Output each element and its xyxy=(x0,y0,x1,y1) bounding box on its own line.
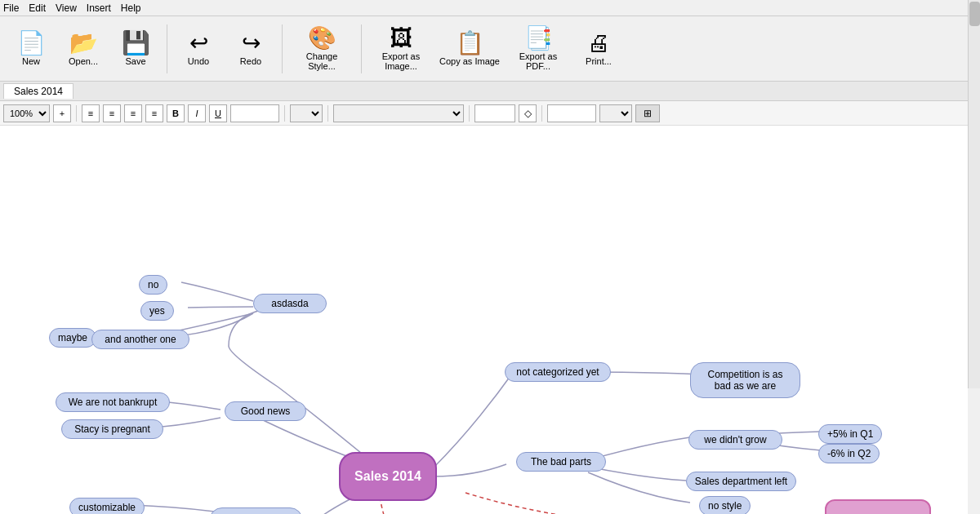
align-left-button[interactable]: ≡ xyxy=(82,104,100,122)
new-button[interactable]: 📄 New xyxy=(7,20,56,78)
node-and-another-one[interactable]: and another one xyxy=(91,330,189,349)
change-style-icon: 🎨 xyxy=(308,27,336,50)
font-size-select[interactable] xyxy=(290,104,323,122)
underline-button[interactable]: U xyxy=(209,104,227,122)
add-node-button[interactable]: + xyxy=(53,104,71,122)
zoom-select[interactable]: 100%75%150% xyxy=(3,104,50,122)
export-image-button[interactable]: 🖼 Export as Image... xyxy=(368,20,434,78)
save-button[interactable]: 💾 Save xyxy=(111,20,160,78)
copy-image-button[interactable]: 📋 Copy as Image xyxy=(437,20,502,78)
fmt-sep3 xyxy=(327,105,328,122)
fmt-sep1 xyxy=(76,105,77,122)
print-icon: 🖨 xyxy=(587,32,610,55)
node-q1-plus5[interactable]: +5% in Q1 xyxy=(818,424,882,444)
properties-btn[interactable]: ⊞ xyxy=(635,104,660,122)
node-no-style[interactable]: no style xyxy=(699,496,751,514)
font-family-select[interactable] xyxy=(333,104,464,122)
node-good-news[interactable]: Good news xyxy=(225,401,306,421)
scrollbar-right[interactable] xyxy=(968,0,980,388)
export-image-icon: 🖼 xyxy=(390,27,412,50)
node-bad-parts[interactable]: The bad parts xyxy=(516,452,606,472)
copy-image-icon: 📋 xyxy=(456,32,484,55)
fill-color[interactable] xyxy=(547,104,596,122)
redo-icon: ↪ xyxy=(242,32,261,55)
export-pdf-button[interactable]: 📑 Export as PDF... xyxy=(506,20,571,78)
sep2 xyxy=(282,24,283,73)
canvas[interactable]: asdasda Sales 2014 asdasda no yes maybe … xyxy=(0,126,968,514)
fmt-sep4 xyxy=(469,105,470,122)
open-button[interactable]: 📂 Open... xyxy=(59,20,108,78)
new-icon: 📄 xyxy=(17,32,46,55)
node-maybe[interactable]: maybe xyxy=(49,328,96,348)
open-icon: 📂 xyxy=(69,32,98,55)
change-style-button[interactable]: 🎨 Change Style... xyxy=(289,20,354,78)
italic-button[interactable]: I xyxy=(188,104,206,122)
node-competition[interactable]: Competition is as bad as we are xyxy=(690,362,800,398)
sep3 xyxy=(361,24,362,73)
fmt-sep5 xyxy=(541,105,542,122)
color-picker[interactable] xyxy=(230,104,279,122)
node-we-are-not-bankrupt[interactable]: We are not bankrupt xyxy=(56,392,170,412)
redo-button[interactable]: ↪ Redo xyxy=(226,20,275,78)
node-customizable[interactable]: customizable xyxy=(69,498,145,514)
save-icon: 💾 xyxy=(122,32,150,55)
formatbar: 100%75%150% + ≡ ≡ ≡ ≡ B I U ◇ ⊞ xyxy=(0,101,980,126)
align-right-button[interactable]: ≡ xyxy=(124,104,142,122)
node-q2-minus6[interactable]: -6% in Q2 xyxy=(818,444,880,463)
menu-help[interactable]: Help xyxy=(121,2,141,14)
sep1 xyxy=(167,24,167,73)
node-didnt-grow[interactable]: we didn't grow xyxy=(688,430,782,450)
node-stacy[interactable]: Stacy is pregnant xyxy=(61,419,163,439)
align-center-button[interactable]: ≡ xyxy=(103,104,121,122)
menu-insert[interactable]: Insert xyxy=(87,2,111,14)
bold-button[interactable]: B xyxy=(167,104,185,122)
node-yes-table[interactable]: Yes, this is a table xyxy=(825,499,931,514)
canvas-container: asdasda Sales 2014 asdasda no yes maybe … xyxy=(0,126,980,514)
node-sales-dept[interactable]: Sales department left xyxy=(686,472,796,491)
undo-icon: ↩ xyxy=(189,32,208,55)
node-not-categorized[interactable]: not categorized yet xyxy=(505,362,611,382)
menu-file[interactable]: File xyxy=(3,2,19,14)
scroll-thumb[interactable] xyxy=(969,2,980,26)
node-yes[interactable]: yes xyxy=(140,301,174,321)
node-yes-tables[interactable]: Yes, tables are possible too xyxy=(209,507,303,514)
center-node[interactable]: asdasda Sales 2014 xyxy=(339,452,437,501)
menu-edit[interactable]: Edit xyxy=(29,2,46,14)
shape-btn[interactable]: ◇ xyxy=(519,104,537,122)
toolbar: 📄 New 📂 Open... 💾 Save ↩ Undo ↪ Redo 🎨 C… xyxy=(0,16,980,82)
print-button[interactable]: 🖨 Print... xyxy=(574,20,623,78)
menu-view[interactable]: View xyxy=(56,2,77,14)
line-color[interactable] xyxy=(474,104,515,122)
node-asdasda[interactable]: asdasda xyxy=(253,294,327,313)
menubar: File Edit View Insert Help xyxy=(0,0,980,16)
export-pdf-icon: 📑 xyxy=(524,27,553,50)
fmt-sep2 xyxy=(284,105,285,122)
tabbar: Sales 2014 xyxy=(0,82,980,101)
node-no[interactable]: no xyxy=(139,275,167,295)
align-justify-button[interactable]: ≡ xyxy=(145,104,163,122)
arrow-select[interactable] xyxy=(599,104,632,122)
tab-sales2014[interactable]: Sales 2014 xyxy=(3,83,74,99)
undo-button[interactable]: ↩ Undo xyxy=(174,20,223,78)
